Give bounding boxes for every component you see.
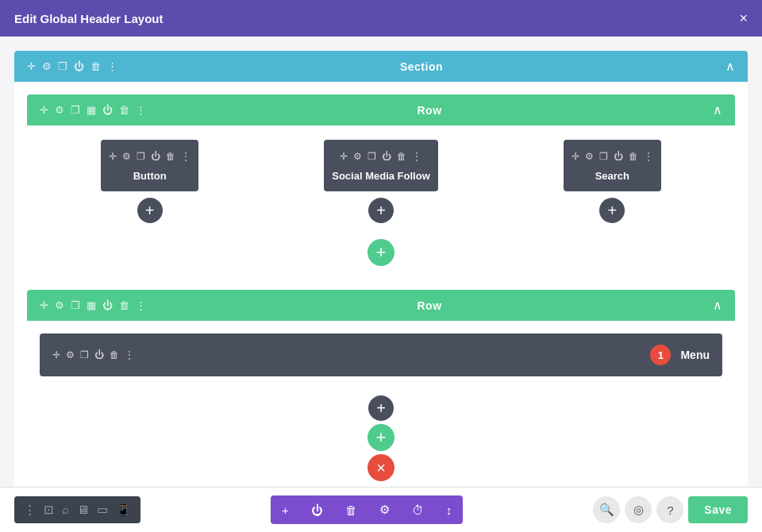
row2-left-icons: ✛ ⚙ ❒ ▦ ⏻ 🗑 ⋮ [40,299,146,311]
tool-search-icon[interactable]: ⌕ [62,503,69,517]
tool-desktop-icon[interactable]: 🖥 [77,503,89,517]
section-move-icon[interactable]: ✛ [27,60,36,72]
center-action-bar: + ⏻ 🗑 ⚙ ⏱ ↕ [271,495,463,524]
row1-columns-icon[interactable]: ▦ [87,104,96,116]
tool-dots-icon[interactable]: ⋮ [24,503,36,517]
layers-circle-btn[interactable]: ◎ [625,496,652,523]
row1-move-icon[interactable]: ✛ [40,104,48,116]
row2-label: Row [146,299,713,312]
social-duplicate-icon[interactable]: ❒ [368,151,376,162]
row1-content: ✛ ⚙ ❒ ⏻ 🗑 ⋮ Button + [27,125,735,236]
module-button-label: Button [133,170,167,182]
module-social-icons: ✛ ⚙ ❒ ⏻ 🗑 ⋮ [340,151,421,162]
row2-move-icon[interactable]: ✛ [40,299,48,311]
row2-module-row: ✛ ⚙ ❒ ⏻ 🗑 ⋮ 1 Menu [40,333,722,376]
center-history-btn[interactable]: ⏱ [401,496,435,524]
tool-tablet-icon[interactable]: ▭ [97,503,108,517]
center-power-btn[interactable]: ⏻ [300,496,334,524]
row2-collapse-icon[interactable]: ∧ [713,298,722,313]
center-settings-btn[interactable]: ⚙ [368,495,401,524]
section-label: Section [117,60,725,73]
add-after-social-module-btn[interactable]: + [368,198,394,223]
module-search-col: ✛ ⚙ ❒ ⏻ 🗑 ⋮ Search + [502,140,722,223]
search-move-icon[interactable]: ✛ [572,151,579,162]
menu-more-icon[interactable]: ⋮ [125,349,134,360]
bottom-right: 🔍 ◎ ? Save [593,496,748,523]
row2-block: ✛ ⚙ ❒ ▦ ⏻ 🗑 ⋮ Row ∧ [27,290,735,487]
add-after-menu-module-btn[interactable]: + [368,395,394,421]
search-more-icon[interactable]: ⋮ [644,151,653,162]
row2-settings-icon[interactable]: ⚙ [55,299,64,311]
menu-badge: 1 [650,345,671,365]
tool-wireframe-icon[interactable]: ⊡ [44,503,54,517]
add-after-button-module-btn[interactable]: + [137,198,163,223]
search-delete-icon[interactable]: 🗑 [629,151,638,162]
row2-duplicate-icon[interactable]: ❒ [71,299,80,311]
center-resize-btn[interactable]: ↕ [435,496,464,524]
section-more-icon[interactable]: ⋮ [107,60,117,72]
btn-more-icon[interactable]: ⋮ [181,151,190,162]
row2-columns-icon[interactable]: ▦ [87,299,96,311]
row1-collapse-icon[interactable]: ∧ [713,102,722,118]
row1-settings-icon[interactable]: ⚙ [55,104,64,116]
section-settings-icon[interactable]: ⚙ [42,60,52,72]
section-delete-icon[interactable]: 🗑 [90,60,101,72]
bottom-left-tools: ⋮ ⊡ ⌕ 🖥 ▭ 📱 [14,496,140,523]
add-after-search-module-btn[interactable]: + [599,198,625,223]
btn-move-icon[interactable]: ✛ [109,151,117,162]
save-button[interactable]: Save [688,496,748,523]
close-row2-btn[interactable]: × [368,454,394,481]
row1-duplicate-icon[interactable]: ❒ [71,104,80,116]
btn-settings-icon[interactable]: ⚙ [122,151,131,162]
search-toggle-icon[interactable]: ⏻ [614,151,623,162]
row2-more-icon[interactable]: ⋮ [136,299,146,311]
btn-toggle-icon[interactable]: ⏻ [151,151,160,162]
menu-left-icons: ✛ ⚙ ❒ ⏻ 🗑 ⋮ [52,349,134,360]
row2-toggle-icon[interactable]: ⏻ [102,299,113,311]
btn-duplicate-icon[interactable]: ❒ [137,151,145,162]
add-module-to-row2-btn[interactable]: + [368,424,394,451]
bottom-center: + ⏻ 🗑 ⚙ ⏱ ↕ [150,495,583,524]
social-more-icon[interactable]: ⋮ [412,151,421,162]
help-circle-btn[interactable]: ? [656,496,683,523]
tool-mobile-icon[interactable]: 📱 [116,503,131,517]
row1-more-icon[interactable]: ⋮ [136,104,146,116]
row2-bottom-btns: + + × [27,386,735,487]
row1-block: ✛ ⚙ ❒ ▦ ⏻ 🗑 ⋮ Row ∧ [27,94,735,279]
modal: Edit Global Header Layout × ✛ ⚙ ❒ ⏻ 🗑 ⋮ … [0,0,762,532]
social-delete-icon[interactable]: 🗑 [397,151,406,162]
social-settings-icon[interactable]: ⚙ [353,151,362,162]
search-settings-icon[interactable]: ⚙ [585,151,594,162]
section-left-icons: ✛ ⚙ ❒ ⏻ 🗑 ⋮ [27,60,117,72]
search-circle-btn[interactable]: 🔍 [593,496,620,523]
modal-body: ✛ ⚙ ❒ ⏻ 🗑 ⋮ Section ∧ ✛ ⚙ [0,37,762,487]
modal-close-button[interactable]: × [739,11,748,25]
add-module-to-row1-btn[interactable]: + [368,239,394,266]
row1-toggle-icon[interactable]: ⏻ [102,104,113,116]
module-button-card: ✛ ⚙ ❒ ⏻ 🗑 ⋮ Button [101,140,198,191]
menu-duplicate-icon[interactable]: ❒ [80,349,89,360]
modal-header: Edit Global Header Layout × [0,0,762,37]
social-move-icon[interactable]: ✛ [340,151,348,162]
module-button-icons: ✛ ⚙ ❒ ⏻ 🗑 ⋮ [109,151,190,162]
menu-toggle-icon[interactable]: ⏻ [94,349,104,360]
module-search-icons: ✛ ⚙ ❒ ⏻ 🗑 ⋮ [572,151,653,162]
social-toggle-icon[interactable]: ⏻ [382,151,391,162]
menu-settings-icon[interactable]: ⚙ [66,349,75,360]
section-toggle-icon[interactable]: ⏻ [74,60,84,72]
row2-delete-icon[interactable]: 🗑 [119,299,129,311]
menu-delete-icon[interactable]: 🗑 [110,349,119,360]
search-duplicate-icon[interactable]: ❒ [599,151,608,162]
menu-move-icon[interactable]: ✛ [52,349,60,360]
row1-bottom-btns: + [27,236,735,279]
section-inner: ✛ ⚙ ❒ ▦ ⏻ 🗑 ⋮ Row ∧ [14,82,748,487]
section-duplicate-icon[interactable]: ❒ [58,60,67,72]
center-add-btn[interactable]: + [271,496,300,524]
module-button-col: ✛ ⚙ ❒ ⏻ 🗑 ⋮ Button + [40,140,260,223]
row1-left-icons: ✛ ⚙ ❒ ▦ ⏻ 🗑 ⋮ [40,104,146,116]
section-collapse-icon[interactable]: ∧ [725,59,735,74]
center-delete-btn[interactable]: 🗑 [334,496,368,524]
row1-delete-icon[interactable]: 🗑 [119,104,129,116]
row2-content: ✛ ⚙ ❒ ⏻ 🗑 ⋮ 1 Menu [27,321,735,386]
btn-delete-icon[interactable]: 🗑 [166,151,175,162]
